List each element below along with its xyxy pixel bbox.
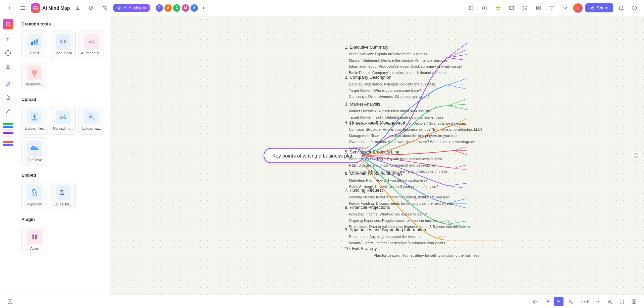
grid-view-button[interactable] xyxy=(629,297,639,306)
sidebar-eraser-button[interactable] xyxy=(2,91,14,104)
tab-p[interactable]: P xyxy=(156,4,163,12)
upload-files-label: Upload files xyxy=(25,126,44,131)
help-button[interactable] xyxy=(629,3,640,13)
branch-5-label: 5. Services or Products Line xyxy=(345,149,447,155)
sidebar-text-button[interactable]: T xyxy=(2,34,14,46)
branch-6-label: 6. Marketing & Sales Strategy xyxy=(345,171,438,176)
svg-point-1 xyxy=(35,6,36,7)
notification-button[interactable] xyxy=(616,3,627,13)
filter-button[interactable] xyxy=(546,3,557,13)
presentation-tool[interactable]: Presentati... xyxy=(21,62,47,90)
sidebar-divider-1 xyxy=(3,75,13,75)
canvas-area[interactable]: Key points of writing a business plan 1.… xyxy=(110,16,644,295)
upload-section-title: Upload xyxy=(21,97,104,102)
tab-m[interactable]: M xyxy=(182,4,189,12)
tab-c[interactable]: C xyxy=(173,4,180,12)
latex-tool[interactable]: Σ LaTeX for... xyxy=(50,182,76,210)
sidebar-pen-button[interactable] xyxy=(2,78,14,90)
branch-exec-summary: 1. Executive Summary Brief Overview: Exp… xyxy=(345,45,463,76)
cursor-button[interactable] xyxy=(554,297,564,306)
sidebar-divider-3 xyxy=(3,136,13,137)
share-button[interactable]: Share xyxy=(585,3,613,12)
search-button[interactable] xyxy=(99,3,110,13)
upload-image-tool[interactable]: Upload im... xyxy=(50,106,76,134)
code-block-icon-box xyxy=(56,34,70,49)
color-gray[interactable] xyxy=(3,129,13,131)
tab-a[interactable]: A xyxy=(164,4,172,12)
embed-section-title: Embed xyxy=(21,173,104,178)
sidebar-shape-button[interactable] xyxy=(2,47,14,59)
chart-tool[interactable]: Chart xyxy=(21,30,47,59)
svg-point-25 xyxy=(93,40,94,41)
apps-tool[interactable]: Apps xyxy=(21,226,47,254)
hyperlink-tool[interactable]: Hyperlink xyxy=(21,182,47,210)
svg-point-36 xyxy=(35,237,37,239)
menu-button[interactable] xyxy=(17,3,28,13)
comment-button[interactable] xyxy=(506,3,517,13)
gradient-orange-pink[interactable] xyxy=(3,141,13,143)
info-panel-button[interactable] xyxy=(631,150,641,161)
play-button[interactable] xyxy=(479,3,490,13)
branch-3-label: 3. Market Analysis xyxy=(345,102,466,107)
zoom-out-button[interactable] xyxy=(566,297,576,306)
svg-point-3 xyxy=(37,8,38,9)
chevron-down-button[interactable] xyxy=(560,3,571,13)
redo-button[interactable] xyxy=(542,297,551,306)
color-purple[interactable] xyxy=(3,132,13,134)
ai-button[interactable] xyxy=(493,3,503,13)
branch-7-label: 7. Funding Request xyxy=(345,188,454,193)
expand-button[interactable] xyxy=(466,3,477,13)
add-page-button[interactable] xyxy=(5,297,15,306)
clock-button[interactable] xyxy=(520,3,530,13)
color-green[interactable] xyxy=(3,123,13,125)
branch-4-label: 4. Organization & Management xyxy=(345,120,483,125)
color-blue[interactable] xyxy=(3,126,13,128)
bottom-left xyxy=(5,297,15,306)
sidebar-note-button[interactable] xyxy=(2,60,14,72)
svg-rect-31 xyxy=(88,113,94,121)
svg-text:Σ: Σ xyxy=(60,189,64,196)
user-avatar[interactable]: U xyxy=(573,3,583,13)
latex-icon-box: Σ xyxy=(56,185,70,200)
onedrive-tool[interactable]: OneDrive xyxy=(21,137,47,166)
tab-s[interactable]: S xyxy=(191,4,198,12)
sidebar-line-button[interactable] xyxy=(2,105,14,117)
upload-tools-grid-2: OneDrive xyxy=(21,137,104,166)
download-button[interactable] xyxy=(72,3,83,13)
zoom-dropdown-button[interactable] xyxy=(593,297,602,306)
upload-wiki-tool[interactable]: Upload wi... xyxy=(78,106,104,134)
chart-label: Chart xyxy=(30,51,39,55)
branch-2-label: 2. Company Description xyxy=(345,75,435,80)
svg-rect-27 xyxy=(32,70,37,74)
svg-rect-43 xyxy=(632,302,634,304)
branch-9-items: Documents: Anything to support the infor… xyxy=(349,234,445,246)
svg-point-6 xyxy=(117,6,121,10)
branch-exit-strategy: 10. Exit Strategy Plan for Leaving: Your… xyxy=(345,246,480,259)
svg-point-17 xyxy=(9,24,9,25)
ai-assistant-button[interactable]: AI Assistant xyxy=(113,4,150,12)
branch-1-items: Brief Overview: Explain the core of the … xyxy=(349,51,463,76)
layout-button[interactable] xyxy=(533,3,544,13)
svg-rect-44 xyxy=(634,302,636,304)
back-button[interactable] xyxy=(4,3,15,13)
branch-appendices: 9. Appendices and Supporting Information… xyxy=(345,227,445,246)
sidebar-logo[interactable] xyxy=(3,19,13,29)
app-name-label: AI Mind Map xyxy=(42,5,70,11)
bottom-bar: 75% xyxy=(0,295,644,308)
tag-button[interactable] xyxy=(86,3,97,13)
tool-panel: Creation tools Chart xyxy=(16,16,110,295)
zoom-in-button[interactable] xyxy=(605,297,614,306)
svg-rect-11 xyxy=(536,8,538,10)
upload-files-tool[interactable]: Upload files xyxy=(21,106,47,134)
app-logo: AI Mind Map xyxy=(31,3,70,13)
svg-rect-12 xyxy=(539,8,540,10)
gradient-indigo-purple[interactable] xyxy=(3,144,13,146)
sidebar-icons: T xyxy=(0,16,16,295)
code-block-tool[interactable]: Code block xyxy=(50,30,76,59)
fullscreen-button[interactable] xyxy=(617,297,627,306)
undo-button[interactable] xyxy=(530,297,539,306)
creation-tools-grid-2: Presentati... xyxy=(21,62,104,90)
collapse-tabs-button[interactable] xyxy=(199,4,207,12)
ai-image-tool[interactable]: AI image g... xyxy=(78,30,104,59)
topbar-left: AI Mind Map AI Assistant P A C M S xyxy=(4,3,321,13)
